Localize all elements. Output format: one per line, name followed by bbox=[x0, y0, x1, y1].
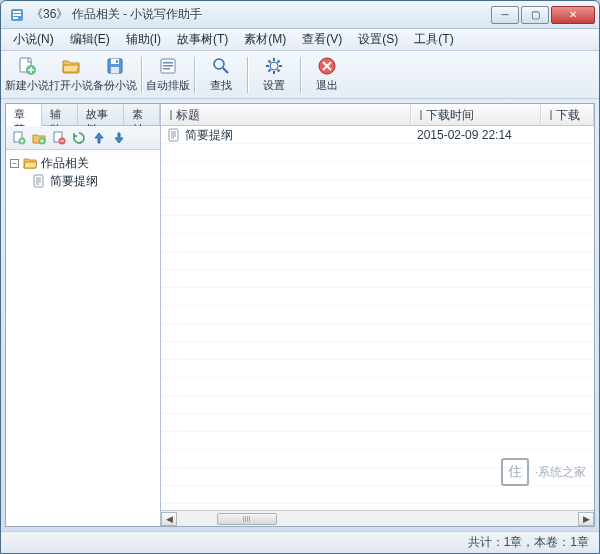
window-title: 《36》 作品相关 - 小说写作助手 bbox=[31, 6, 491, 23]
save-disk-icon bbox=[105, 56, 125, 76]
svg-rect-22 bbox=[34, 175, 43, 187]
tree-delete-button[interactable] bbox=[50, 129, 68, 147]
menu-view[interactable]: 查看(V) bbox=[294, 29, 350, 50]
toolbar-separator bbox=[300, 57, 301, 93]
scroll-track[interactable] bbox=[177, 512, 578, 526]
menu-storytree[interactable]: 故事树(T) bbox=[169, 29, 236, 50]
horizontal-scrollbar[interactable]: ◀ ▶ bbox=[161, 510, 594, 526]
col-title[interactable]: 标题 bbox=[161, 104, 411, 125]
menu-edit[interactable]: 编辑(E) bbox=[62, 29, 118, 50]
scroll-left-arrow-icon[interactable]: ◀ bbox=[161, 512, 177, 526]
svg-rect-2 bbox=[13, 14, 21, 16]
row-title-text: 简要提纲 bbox=[185, 127, 233, 144]
new-novel-button[interactable]: 新建小说 bbox=[5, 53, 49, 97]
tree-up-button[interactable] bbox=[90, 129, 108, 147]
layout-icon bbox=[158, 56, 178, 76]
tab-storytree[interactable]: 故事树 bbox=[78, 104, 124, 125]
svg-rect-1 bbox=[13, 11, 21, 13]
auto-layout-button[interactable]: 自动排版 bbox=[146, 53, 190, 97]
row-title-cell: 简要提纲 bbox=[161, 127, 411, 144]
new-novel-label: 新建小说 bbox=[5, 78, 49, 93]
exit-label: 退出 bbox=[316, 78, 338, 93]
svg-rect-23 bbox=[169, 129, 178, 141]
col-dl-addr[interactable]: 下载地址 bbox=[541, 104, 594, 125]
tree-addfolder-button[interactable] bbox=[30, 129, 48, 147]
svg-rect-12 bbox=[163, 65, 173, 67]
minimize-button[interactable]: ─ bbox=[491, 6, 519, 24]
col-title-label: 标题 bbox=[176, 108, 200, 122]
client-area: 章节 辅助 故事树 素材 bbox=[5, 103, 595, 527]
svg-rect-13 bbox=[163, 68, 170, 70]
tree-toolbar bbox=[6, 126, 160, 150]
svg-rect-11 bbox=[163, 62, 173, 64]
status-bar: 共计：1章，本卷：1章 bbox=[1, 531, 599, 553]
settings-button[interactable]: 设置 bbox=[252, 53, 296, 97]
menu-material[interactable]: 素材(M) bbox=[236, 29, 294, 50]
right-panel: 标题 下载时间 下载地址 简要提纲 2015-02-09 22:14 bbox=[161, 104, 594, 526]
menubar: 小说(N) 编辑(E) 辅助(I) 故事树(T) 素材(M) 查看(V) 设置(… bbox=[1, 29, 599, 51]
list-header: 标题 下载时间 下载地址 bbox=[161, 104, 594, 126]
backup-novel-label: 备份小说 bbox=[93, 78, 137, 93]
titlebar[interactable]: 《36》 作品相关 - 小说写作助手 ─ ▢ ✕ bbox=[1, 1, 599, 29]
toolbar-separator bbox=[247, 57, 248, 93]
scroll-thumb[interactable] bbox=[217, 513, 277, 525]
open-folder-icon bbox=[61, 56, 81, 76]
menu-setting[interactable]: 设置(S) bbox=[350, 29, 406, 50]
app-icon bbox=[9, 7, 25, 23]
tree-add-button[interactable] bbox=[10, 129, 28, 147]
collapse-toggle-icon[interactable]: − bbox=[10, 159, 19, 168]
list-row[interactable]: 简要提纲 2015-02-09 22:14 bbox=[161, 126, 594, 144]
tab-chapter[interactable]: 章节 bbox=[6, 104, 42, 126]
find-button[interactable]: 查找 bbox=[199, 53, 243, 97]
new-file-icon bbox=[17, 56, 37, 76]
tree-root-node[interactable]: − 作品相关 bbox=[10, 154, 156, 172]
svg-rect-9 bbox=[116, 60, 118, 63]
left-tabs: 章节 辅助 故事树 素材 bbox=[6, 104, 160, 126]
svg-rect-8 bbox=[111, 67, 119, 73]
exit-button[interactable]: 退出 bbox=[305, 53, 349, 97]
tree-child-label: 简要提纲 bbox=[50, 173, 98, 190]
col-dl-time[interactable]: 下载时间 bbox=[411, 104, 541, 125]
col-time-label: 下载时间 bbox=[426, 108, 474, 122]
document-icon bbox=[32, 174, 46, 188]
find-label: 查找 bbox=[210, 78, 232, 93]
row-time-text: 2015-02-09 22:14 bbox=[417, 128, 512, 142]
toolbar: 新建小说 打开小说 备份小说 自动排版 查找 bbox=[1, 51, 599, 99]
tree-refresh-button[interactable] bbox=[70, 129, 88, 147]
tree-root-label: 作品相关 bbox=[41, 155, 89, 172]
settings-label: 设置 bbox=[263, 78, 285, 93]
arrow-down-icon bbox=[112, 131, 126, 145]
status-text: 共计：1章，本卷：1章 bbox=[468, 534, 589, 551]
delete-icon bbox=[52, 131, 66, 145]
watermark: 住 ·系统之家 bbox=[501, 458, 586, 486]
watermark-text: ·系统之家 bbox=[535, 464, 586, 481]
arrow-up-icon bbox=[92, 131, 106, 145]
app-window: 《36》 作品相关 - 小说写作助手 ─ ▢ ✕ 小说(N) 编辑(E) 辅助(… bbox=[0, 0, 600, 554]
window-controls: ─ ▢ ✕ bbox=[491, 6, 595, 24]
gear-icon bbox=[264, 56, 284, 76]
tree-down-button[interactable] bbox=[110, 129, 128, 147]
watermark-logo-icon: 住 bbox=[501, 458, 529, 486]
tab-assist[interactable]: 辅助 bbox=[42, 104, 78, 125]
svg-point-14 bbox=[214, 59, 224, 69]
close-button[interactable]: ✕ bbox=[551, 6, 595, 24]
auto-layout-label: 自动排版 bbox=[146, 78, 190, 93]
toolbar-separator bbox=[141, 57, 142, 93]
svg-point-15 bbox=[270, 62, 278, 70]
list-area[interactable]: 简要提纲 2015-02-09 22:14 住 ·系统之家 bbox=[161, 126, 594, 510]
maximize-button[interactable]: ▢ bbox=[521, 6, 549, 24]
scroll-right-arrow-icon[interactable]: ▶ bbox=[578, 512, 594, 526]
menu-novel[interactable]: 小说(N) bbox=[5, 29, 62, 50]
left-panel: 章节 辅助 故事树 素材 bbox=[6, 104, 161, 526]
tree-child-node[interactable]: 简要提纲 bbox=[10, 172, 156, 190]
chapter-tree[interactable]: − 作品相关 简要提纲 bbox=[6, 150, 160, 526]
menu-tool[interactable]: 工具(T) bbox=[406, 29, 461, 50]
tab-material[interactable]: 素材 bbox=[124, 104, 160, 125]
row-time-cell: 2015-02-09 22:14 bbox=[411, 128, 541, 142]
svg-rect-3 bbox=[13, 17, 18, 19]
open-novel-button[interactable]: 打开小说 bbox=[49, 53, 93, 97]
document-icon bbox=[167, 128, 181, 142]
search-icon bbox=[211, 56, 231, 76]
backup-novel-button[interactable]: 备份小说 bbox=[93, 53, 137, 97]
menu-assist[interactable]: 辅助(I) bbox=[118, 29, 169, 50]
